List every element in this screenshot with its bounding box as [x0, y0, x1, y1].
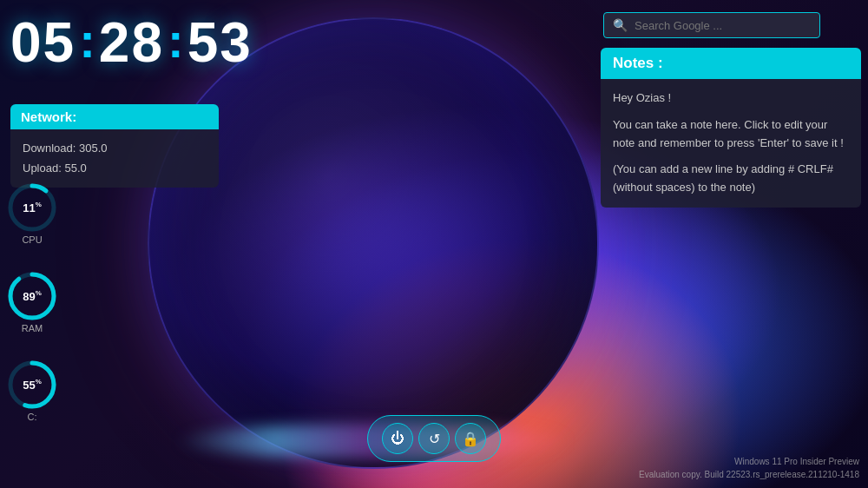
gauge-circle-disk: 55% — [7, 359, 57, 410]
upload-label: Upload: — [23, 162, 62, 175]
watermark-line2: Evaluation copy. Build 22523.rs_prerelea… — [639, 468, 859, 481]
network-widget: Network: Download: 305.0 Upload: 55.0 — [10, 104, 219, 188]
note-line: You can take a note here. Click to edit … — [613, 116, 849, 153]
search-icon: 🔍 — [613, 18, 628, 32]
note-line: Hey Ozias ! — [613, 89, 849, 108]
network-body: Download: 305.0 Upload: 55.0 — [10, 129, 219, 188]
search-bar[interactable]: 🔍 — [603, 12, 820, 38]
bottom-bar: ⏻↺🔒 — [367, 415, 501, 462]
upload-row: Upload: 55.0 — [23, 158, 207, 178]
orb-decoration — [148, 17, 599, 469]
notes-title: Notes : — [601, 48, 861, 79]
notes-widget: Notes : Hey Ozias !You can take a note h… — [601, 48, 861, 208]
clock-sep-2: : — [168, 12, 184, 69]
download-row: Download: 305.0 — [23, 138, 207, 158]
gauge-disk: 55% C: — [7, 359, 57, 422]
power-button[interactable]: ⏻ — [382, 423, 413, 454]
gauge-value-ram: 89% — [23, 289, 42, 302]
download-label: Download: — [23, 142, 76, 155]
gauges-container: 11% CPU 89% RAM — [7, 182, 57, 422]
gauge-value-disk: 55% — [23, 378, 42, 391]
watermark-line1: Windows 11 Pro Insider Preview — [639, 455, 859, 468]
gauge-label-disk: C: — [28, 412, 37, 422]
gauge-label-ram: RAM — [22, 323, 43, 333]
gauge-circle-cpu: 11% — [7, 182, 57, 233]
gauge-cpu: 11% CPU — [7, 182, 57, 245]
clock-widget: 05 : 28 : 53 — [10, 10, 253, 75]
refresh-button[interactable]: ↺ — [418, 423, 450, 454]
clock-sep-1: : — [79, 12, 95, 69]
notes-body[interactable]: Hey Ozias !You can take a note here. Cli… — [601, 79, 861, 208]
gauge-ram: 89% RAM — [7, 271, 57, 333]
clock-minutes: 28 — [99, 10, 164, 75]
gauge-circle-ram: 89% — [7, 271, 57, 321]
note-line: (You can add a new line by adding # CRLF… — [613, 161, 849, 197]
search-input[interactable] — [635, 19, 811, 32]
clock-seconds: 53 — [187, 10, 253, 75]
watermark: Windows 11 Pro Insider Preview Evaluatio… — [639, 455, 859, 481]
clock-hours: 05 — [10, 10, 76, 75]
gauge-label-cpu: CPU — [22, 234, 42, 245]
lock-button[interactable]: 🔒 — [455, 423, 486, 454]
gauge-value-cpu: 11% — [23, 201, 42, 214]
download-value: 305.0 — [79, 142, 108, 155]
network-title: Network: — [10, 104, 219, 129]
upload-value: 55.0 — [64, 162, 86, 175]
